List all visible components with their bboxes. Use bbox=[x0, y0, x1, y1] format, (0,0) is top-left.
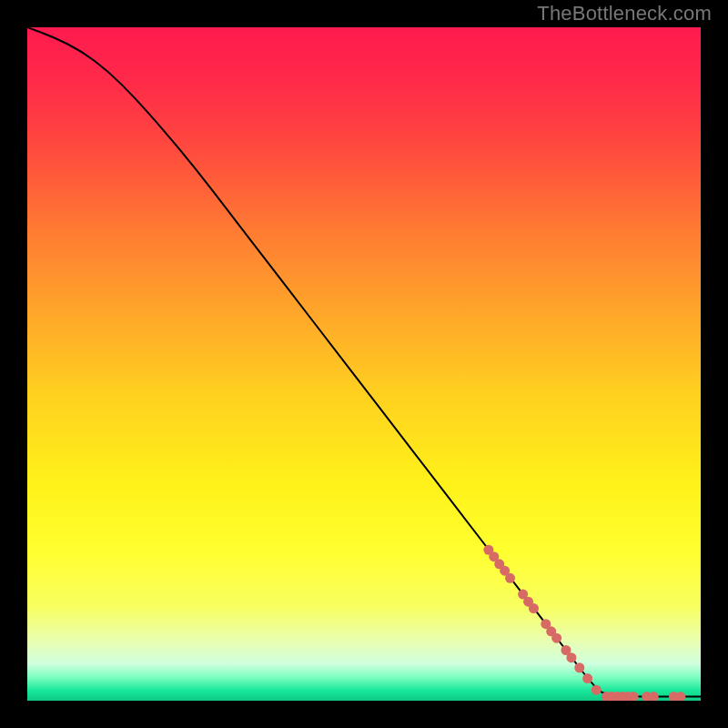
gradient-background bbox=[27, 27, 701, 701]
data-marker bbox=[529, 603, 539, 613]
data-marker bbox=[582, 673, 592, 683]
chart-svg bbox=[27, 27, 701, 701]
chart-plot bbox=[27, 27, 701, 701]
chart-stage: TheBottleneck.com bbox=[0, 0, 728, 728]
data-marker bbox=[574, 662, 584, 672]
data-marker bbox=[566, 652, 576, 662]
data-marker bbox=[592, 685, 602, 695]
data-marker bbox=[505, 573, 515, 583]
data-marker bbox=[551, 633, 561, 643]
attribution-label: TheBottleneck.com bbox=[537, 2, 712, 25]
